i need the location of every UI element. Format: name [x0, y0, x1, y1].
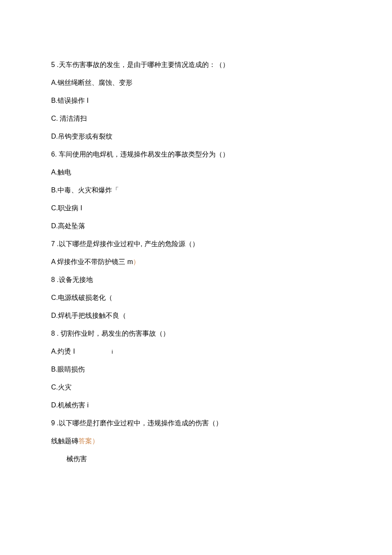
question-8: 8 . 切割作业时，易发生的伤害事故（） A.灼烫 Ii B.眼睛损伤 C.火灾…	[51, 328, 341, 410]
question-9: 9 .以下哪些是打磨作业过程中，违规操作造成的伤害（） 线触题磚答案） 械伤害	[51, 418, 341, 464]
question-8-option-c: C.火灾	[51, 382, 341, 392]
question-5: 5 .天车伤害事故的发生，是由于哪种主要情况造成的：（） A.钢丝绳断丝、腐蚀、…	[51, 60, 341, 142]
question-6-option-a: A.触电	[51, 167, 341, 177]
question-5-option-c: C. 清洁清扫	[51, 113, 341, 124]
question-7-option-a-paren: ）	[133, 258, 140, 265]
question-7-option-c: C.电源线破损老化（	[51, 293, 341, 303]
question-5-option-b: B.错误操作 I	[51, 96, 341, 106]
question-8-text: 8 . 切割作业时，易发生的伤害事故（）	[51, 328, 341, 339]
question-5-text: 5 .天车伤害事故的发生，是由于哪种主要情况造成的：（）	[51, 60, 341, 70]
question-7: 7 .以下哪些是焊接作业过程中, 产生的危险源（） A 焊接作业不带防护镜三 m…	[51, 239, 341, 321]
question-6: 6. 车间使用的电焊机，违规操作易发生的事故类型分为（） A.触电 B.中毒、火…	[51, 149, 341, 231]
question-6-option-d: D.高处坠落	[51, 221, 341, 231]
question-9-line-2: 械伤害	[51, 454, 341, 464]
question-9-line-1-text: 线触题磚	[51, 437, 78, 445]
question-5-option-a: A.钢丝绳断丝、腐蚀、变形	[51, 78, 341, 88]
question-5-option-d: D.吊钩变形或有裂纹	[51, 131, 341, 142]
question-8-option-b: B.眼睛损伤	[51, 364, 341, 375]
question-9-text: 9 .以下哪些是打磨作业过程中，违规操作造成的伤害（）	[51, 418, 341, 428]
question-7-option-d: D.焊机手把线接触不良（	[51, 311, 341, 321]
question-8-option-a-text: A.灼烫 I	[51, 348, 75, 355]
question-9-answer-label: 答案）	[78, 437, 99, 445]
question-7-text: 7 .以下哪些是焊接作业过程中, 产生的危险源（）	[51, 239, 341, 249]
question-6-option-c: C.职业病 I	[51, 203, 341, 213]
question-8-option-d: D.机械伤害 i	[51, 400, 341, 410]
question-6-option-b: B.中毒、火灾和爆炸「	[51, 185, 341, 195]
question-7-option-a-text: A 焊接作业不带防护镜三 m	[51, 258, 133, 265]
question-9-line-1: 线触题磚答案）	[51, 436, 341, 446]
question-8-option-a-tail: i	[112, 349, 113, 355]
question-7-option-a: A 焊接作业不带防护镜三 m）	[51, 257, 341, 267]
question-7-option-b: 8 .设备无接地	[51, 275, 341, 285]
question-6-text: 6. 车间使用的电焊机，违规操作易发生的事故类型分为（）	[51, 149, 341, 160]
question-8-option-a: A.灼烫 Ii	[51, 346, 341, 357]
